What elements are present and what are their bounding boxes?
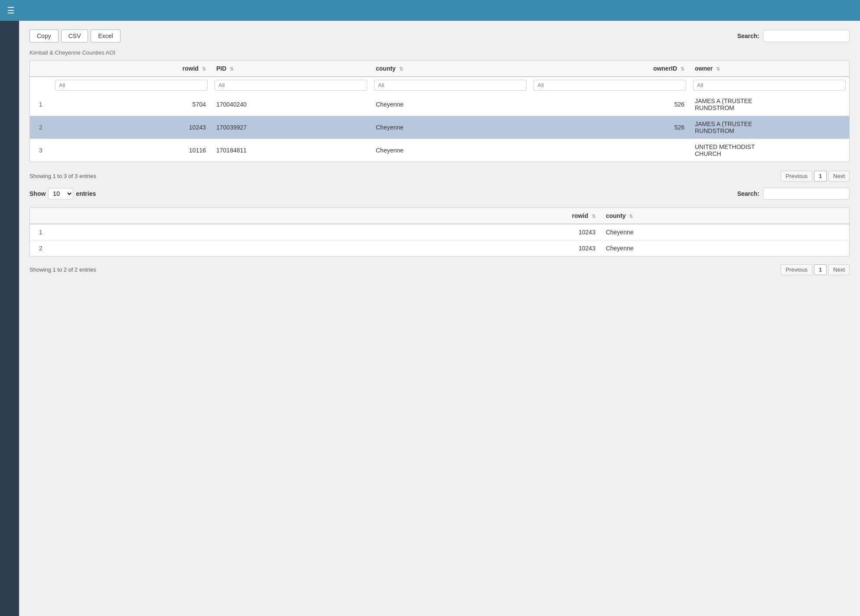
second-th-spacer xyxy=(52,208,379,224)
show-label: Show xyxy=(29,190,46,197)
second-th-rowid[interactable]: rowid ⇅ xyxy=(379,208,601,224)
second-table-container: rowid ⇅ county ⇅ 1 10243 Cheyenne 2 xyxy=(29,207,850,256)
th-pid[interactable]: PID ⇅ xyxy=(211,61,371,77)
second-sort-icon-county: ⇅ xyxy=(629,214,633,219)
ownerid-cell xyxy=(530,139,690,162)
pid-cell: 170040240 xyxy=(211,93,371,116)
row-num-cell: 1 xyxy=(30,224,52,240)
filter-county-input[interactable] xyxy=(374,80,527,91)
filter-empty xyxy=(30,77,52,93)
header-row: rowid ⇅ PID ⇅ county ⇅ ownerID xyxy=(30,61,849,77)
th-owner[interactable]: owner ⇅ xyxy=(690,61,849,77)
second-header-row: rowid ⇅ county ⇅ xyxy=(30,208,849,224)
top-bar: ☰ xyxy=(0,0,860,21)
table-title: Kimball & Cheyenne Counties AOI xyxy=(29,49,850,56)
county-cell: Cheyenne xyxy=(601,224,849,240)
search-label-top: Search: xyxy=(737,32,759,39)
search-input-bottom[interactable] xyxy=(763,188,850,200)
county-cell: Cheyenne xyxy=(371,93,530,116)
second-showing-text: Showing 1 to 2 of 2 entries xyxy=(29,266,96,273)
filter-owner-input[interactable] xyxy=(693,80,846,91)
ownerid-cell: 526 xyxy=(530,93,690,116)
copy-button[interactable]: Copy xyxy=(29,29,59,42)
toolbar: Copy CSV Excel Search: xyxy=(29,29,850,42)
second-th-county[interactable]: county ⇅ xyxy=(601,208,849,224)
sort-icon-ownerid: ⇅ xyxy=(681,66,684,72)
table-row: 2 10243 170039927 Cheyenne 526 JAMES A (… xyxy=(30,116,849,139)
table-row: 1 5704 170040240 Cheyenne 526 JAMES A (T… xyxy=(30,93,849,116)
second-table-body: 1 10243 Cheyenne 2 10243 Cheyenne xyxy=(30,224,849,256)
second-table: rowid ⇅ county ⇅ 1 10243 Cheyenne 2 xyxy=(30,208,849,256)
row-num-cell: 1 xyxy=(30,93,52,116)
th-ownerid[interactable]: ownerID ⇅ xyxy=(530,61,690,77)
county-cell: Cheyenne xyxy=(371,139,530,162)
owner-cell: UNITED METHODISTCHURCH xyxy=(690,139,849,162)
sort-icon-county: ⇅ xyxy=(399,66,403,72)
th-county[interactable]: county ⇅ xyxy=(371,61,530,77)
sidebar xyxy=(0,21,19,616)
sort-icon-rowid: ⇅ xyxy=(202,66,206,72)
hamburger-menu-icon[interactable]: ☰ xyxy=(7,5,15,16)
county-cell: Cheyenne xyxy=(601,240,849,256)
second-next-button[interactable]: Next xyxy=(828,264,850,275)
second-spacer-cell xyxy=(52,224,379,240)
second-table-footer: Showing 1 to 2 of 2 entries Previous 1 N… xyxy=(29,263,850,277)
row-num-cell: 2 xyxy=(30,116,52,139)
csv-button[interactable]: CSV xyxy=(61,29,88,42)
pid-cell: 170039927 xyxy=(211,116,371,139)
main-next-button[interactable]: Next xyxy=(828,171,850,182)
second-prev-button[interactable]: Previous xyxy=(781,264,812,275)
main-showing-text: Showing 1 to 3 of 3 entries xyxy=(29,173,96,179)
search-label-bottom: Search: xyxy=(737,190,759,197)
main-table: rowid ⇅ PID ⇅ county ⇅ ownerID xyxy=(30,61,849,162)
rowid-cell: 5704 xyxy=(52,93,211,116)
search-area-bottom: Search: xyxy=(737,188,850,200)
row-num-cell: 3 xyxy=(30,139,52,162)
search-area-top: Search: xyxy=(737,30,850,42)
rowid-cell: 10243 xyxy=(379,224,601,240)
main-prev-button[interactable]: Previous xyxy=(781,171,812,182)
filter-ownerid-cell xyxy=(530,77,690,93)
filter-pid-cell xyxy=(211,77,371,93)
sort-icon-owner: ⇅ xyxy=(716,66,720,72)
second-page-1-button[interactable]: 1 xyxy=(814,264,827,275)
export-buttons: Copy CSV Excel xyxy=(29,29,121,42)
th-rowid[interactable]: rowid ⇅ xyxy=(52,61,211,77)
pid-cell: 170184811 xyxy=(211,139,371,162)
excel-button[interactable]: Excel xyxy=(91,29,120,42)
filter-row xyxy=(30,77,849,93)
second-pagination: Previous 1 Next xyxy=(781,264,850,275)
second-sort-icon-rowid: ⇅ xyxy=(592,214,596,219)
main-content: Copy CSV Excel Search: Kimball & Cheyenn… xyxy=(19,21,860,616)
county-cell: Cheyenne xyxy=(371,116,530,139)
main-table-footer: Showing 1 to 3 of 3 entries Previous 1 N… xyxy=(29,169,850,183)
table-row: 3 10116 170184811 Cheyenne UNITED METHOD… xyxy=(30,139,849,162)
row-num-cell: 2 xyxy=(30,240,52,256)
owner-cell: JAMES A (TRUSTEERUNDSTROM xyxy=(690,116,849,139)
filter-owner-cell xyxy=(690,77,849,93)
search-input-top[interactable] xyxy=(763,30,850,42)
ownerid-cell: 526 xyxy=(530,116,690,139)
filter-rowid-input[interactable] xyxy=(55,80,208,91)
rowid-cell: 10116 xyxy=(52,139,211,162)
show-entries-row: Show 10 25 50 100 entries Search: xyxy=(29,188,850,200)
rowid-cell: 10243 xyxy=(379,240,601,256)
owner-cell: JAMES A (TRUSTEERUNDSTROM xyxy=(690,93,849,116)
filter-rowid-cell xyxy=(52,77,211,93)
second-th-rownum xyxy=(30,208,52,224)
filter-ownerid-input[interactable] xyxy=(534,80,686,91)
show-entries-select[interactable]: 10 25 50 100 xyxy=(48,188,73,199)
table-row: 1 10243 Cheyenne xyxy=(30,224,849,240)
main-table-body: 1 5704 170040240 Cheyenne 526 JAMES A (T… xyxy=(30,93,849,162)
th-rownum xyxy=(30,61,52,77)
filter-county-cell xyxy=(371,77,530,93)
sort-icon-pid: ⇅ xyxy=(230,66,234,72)
entries-label: entries xyxy=(76,190,96,197)
main-pagination: Previous 1 Next xyxy=(781,171,850,182)
filter-pid-input[interactable] xyxy=(215,80,367,91)
main-page-1-button[interactable]: 1 xyxy=(814,171,827,182)
main-table-container: rowid ⇅ PID ⇅ county ⇅ ownerID xyxy=(29,60,850,162)
table-row: 2 10243 Cheyenne xyxy=(30,240,849,256)
rowid-cell: 10243 xyxy=(52,116,211,139)
second-spacer-cell xyxy=(52,240,379,256)
